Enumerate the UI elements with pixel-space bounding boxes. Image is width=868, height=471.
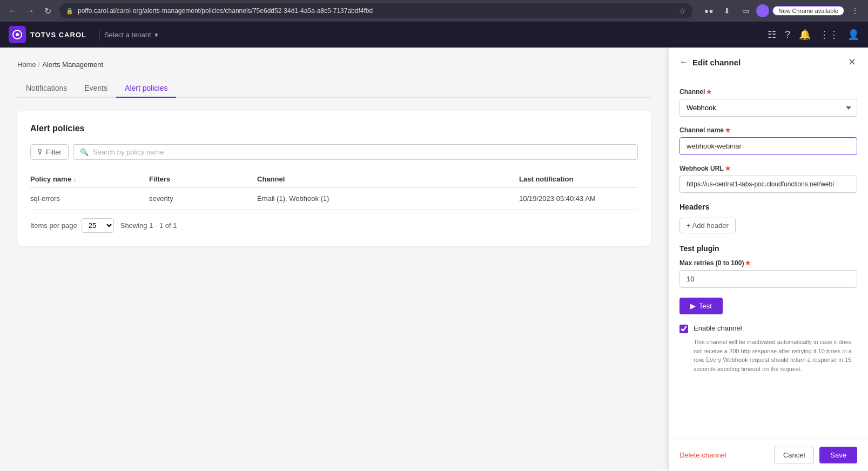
download-icon[interactable]: ⬇ [719, 3, 735, 18]
pagination: Items per page 25 50 100 Showing 1 - 1 o… [30, 218, 638, 233]
webhook-url-label: Webhook URL ★ [679, 165, 857, 172]
per-page-select[interactable]: 25 50 100 [82, 218, 114, 233]
max-retries-input[interactable] [679, 270, 857, 288]
cast-icon[interactable]: ▭ [738, 3, 753, 18]
cell-channel: Email (1), Webhook (1) [257, 194, 519, 203]
test-button[interactable]: ▶ Test [679, 298, 723, 314]
chevron-down-icon: ▾ [154, 31, 158, 39]
alert-policies-card: Alert policies ⊽ Filter 🔍 Policy name ↓ [17, 111, 651, 246]
play-icon: ▶ [690, 302, 696, 310]
save-button[interactable]: Save [819, 447, 857, 463]
cell-policy-name: sql-errors [30, 194, 149, 203]
search-box[interactable]: 🔍 [73, 144, 638, 160]
table-row[interactable]: sql-errors severity Email (1), Webhook (… [30, 188, 638, 210]
delete-channel-button[interactable]: Delete channel [679, 451, 726, 459]
extensions-icon[interactable]: ●● [701, 3, 716, 18]
items-per-page: Items per page 25 50 100 [30, 218, 114, 233]
enable-channel-checkbox[interactable] [679, 325, 688, 333]
filter-button[interactable]: ⊽ Filter [30, 144, 69, 160]
webhook-url-input[interactable] [679, 176, 857, 193]
page-container: Home / Alerts Management Notifications E… [0, 48, 868, 471]
test-label: Test [699, 302, 712, 310]
showing-text: Showing 1 - 1 of 1 [120, 221, 177, 230]
webhook-url-group: Webhook URL ★ [679, 165, 857, 193]
channel-select[interactable]: Webhook Email Slack [679, 99, 857, 117]
channel-label: Channel ★ [679, 88, 857, 96]
items-per-page-label: Items per page [30, 221, 77, 230]
side-panel-title: Edit channel [692, 58, 741, 67]
footer-right-buttons: Cancel Save [774, 447, 857, 463]
browser-bar: ← → ↻ 🔒 poffo.carol.ai/carol-org/alerts-… [0, 0, 868, 22]
channel-required: ★ [706, 88, 712, 96]
apps-icon[interactable]: ⋮⋮ [819, 29, 839, 41]
enable-channel-description: This channel will be inactivated automat… [694, 338, 857, 373]
menu-icon[interactable]: ⋮ [847, 3, 863, 18]
channel-name-group: Channel name ★ [679, 126, 857, 155]
logo-text: TOTVS CAROL [30, 31, 86, 39]
channel-group: Channel ★ Webhook Email Slack [679, 88, 857, 117]
side-panel-footer: Delete channel Cancel Save [669, 439, 868, 471]
filter-icon: ⊽ [37, 148, 43, 156]
reload-button[interactable]: ↻ [40, 3, 55, 18]
channel-name-input[interactable] [679, 137, 857, 155]
svg-point-1 [16, 33, 19, 36]
back-button[interactable]: ← [5, 3, 21, 18]
card-title: Alert policies [30, 124, 638, 133]
logo-icon [9, 26, 26, 43]
address-bar[interactable]: 🔒 poffo.carol.ai/carol-org/alerts-manage… [59, 3, 692, 18]
side-panel-body: Channel ★ Webhook Email Slack Channel na… [669, 77, 868, 439]
breadcrumb: Home / Alerts Management [17, 60, 651, 69]
table-header: Policy name ↓ Filters Channel Last notif… [30, 171, 638, 188]
cell-filters: severity [149, 194, 257, 203]
search-input[interactable] [93, 148, 631, 156]
col-last-notification: Last notification [519, 175, 638, 183]
bookmark-icon[interactable]: ☆ [679, 6, 686, 15]
side-panel-title-row: ← Edit channel [679, 57, 741, 67]
user-icon[interactable]: 👤 [847, 29, 859, 41]
url-text: poffo.carol.ai/carol-org/alerts-manageme… [78, 7, 675, 15]
headers-title: Headers [679, 203, 857, 211]
col-channel: Channel [257, 175, 519, 183]
tenant-selector[interactable]: Select a tenant ▾ [99, 29, 163, 41]
col-filters: Filters [149, 175, 257, 183]
sort-icon: ↓ [73, 176, 77, 183]
help-icon[interactable]: ? [785, 29, 790, 41]
lock-icon: 🔒 [66, 8, 73, 15]
app-header: TOTVS CAROL Select a tenant ▾ ☷ ? 🔔 ⋮⋮ 👤 [0, 22, 868, 48]
enable-channel-label: Enable channel [694, 324, 742, 332]
tab-notifications[interactable]: Notifications [17, 79, 76, 98]
max-retries-group: Max retries (0 to 100) ★ [679, 259, 857, 288]
tab-events[interactable]: Events [76, 79, 116, 98]
profile-avatar[interactable] [756, 4, 769, 17]
side-panel-header: ← Edit channel ✕ [669, 48, 868, 77]
webhook-url-required: ★ [725, 165, 731, 172]
new-chrome-button[interactable]: New Chrome available [772, 6, 844, 16]
filter-label: Filter [46, 148, 62, 156]
cell-last-notification: 10/19/2023 05:40:43 AM [519, 194, 638, 203]
max-retries-label: Max retries (0 to 100) ★ [679, 259, 857, 267]
forward-button[interactable]: → [23, 3, 38, 18]
tab-alert-policies[interactable]: Alert policies [116, 79, 176, 98]
main-content: Home / Alerts Management Notifications E… [0, 48, 668, 471]
browser-nav-buttons: ← → ↻ [5, 3, 55, 18]
add-header-button[interactable]: + Add header [679, 218, 736, 233]
breadcrumb-separator: / [38, 60, 41, 69]
max-retries-required: ★ [745, 259, 751, 267]
search-icon: 🔍 [80, 148, 89, 156]
table-container: Policy name ↓ Filters Channel Last notif… [30, 171, 638, 210]
tenant-text: Select a tenant [104, 31, 151, 39]
breadcrumb-current: Alerts Management [42, 60, 103, 69]
logo-area: TOTVS CAROL [9, 26, 86, 43]
notification-icon[interactable]: 🔔 [799, 29, 811, 41]
breadcrumb-home[interactable]: Home [17, 60, 36, 69]
header-right-icons: ☷ ? 🔔 ⋮⋮ 👤 [768, 29, 859, 41]
test-plugin-title: Test plugin [679, 244, 857, 253]
back-arrow-icon[interactable]: ← [679, 57, 688, 67]
channel-name-required: ★ [725, 126, 731, 134]
close-button[interactable]: ✕ [847, 56, 857, 68]
browser-actions: ●● ⬇ ▭ New Chrome available ⋮ [701, 3, 863, 18]
test-plugin-section: Test plugin Max retries (0 to 100) ★ ▶ T… [679, 244, 857, 314]
toolbar: ⊽ Filter 🔍 [30, 144, 638, 160]
cancel-button[interactable]: Cancel [774, 447, 814, 463]
grid-icon[interactable]: ☷ [768, 29, 776, 41]
